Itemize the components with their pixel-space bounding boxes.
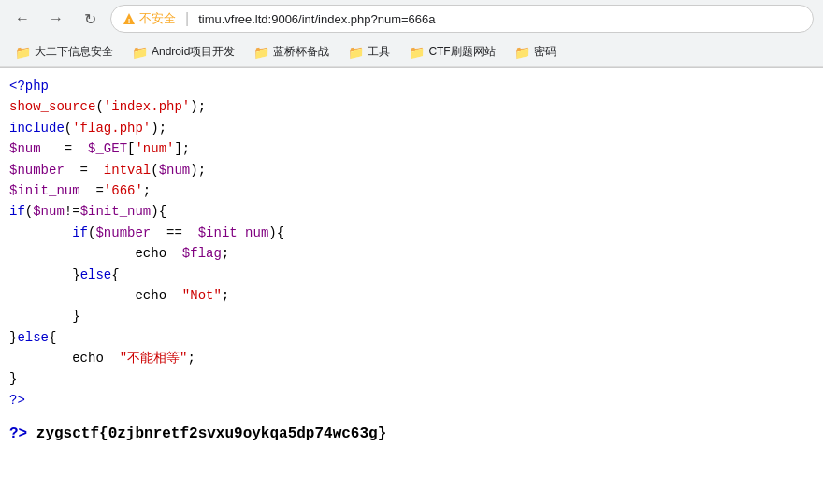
code-line-8: if($number == $init_num){ <box>9 223 814 243</box>
folder-icon: 📁 <box>15 45 31 60</box>
code-line-5: $number = intval($num); <box>9 160 814 180</box>
bookmark-label: 工具 <box>368 44 390 60</box>
folder-icon: 📁 <box>409 45 425 60</box>
nav-bar: ← → ↻ ! 不安全 | timu.vfree.ltd:9006/int/in… <box>0 0 823 37</box>
code-line-1: <?php <box>9 76 814 96</box>
code-line-4: $num = $_GET['num']; <box>9 138 814 159</box>
code-line-15: } <box>9 368 814 389</box>
code-line-11: echo "Not"; <box>9 285 814 306</box>
folder-icon: 📁 <box>132 45 148 60</box>
bookmark-ctf[interactable]: 📁 CTF刷题网站 <box>401 40 502 64</box>
back-button[interactable]: ← <box>9 6 36 32</box>
reload-button[interactable]: ↻ <box>77 6 103 32</box>
code-line-16: ?> <box>9 390 814 410</box>
code-line-12: } <box>9 306 814 326</box>
security-indicator: ! 不安全 <box>123 10 176 27</box>
url-display: timu.vfree.ltd:9006/int/index.php?num=66… <box>198 12 435 26</box>
bookmark-label: 密码 <box>534 44 556 60</box>
folder-icon: 📁 <box>348 45 364 60</box>
code-line-14: echo "不能相等"; <box>9 348 814 368</box>
bookmark-mima[interactable]: 📁 密码 <box>507 40 564 64</box>
bookmark-label: 蓝桥杯备战 <box>273 44 329 60</box>
address-bar[interactable]: ! 不安全 | timu.vfree.ltd:9006/int/index.ph… <box>110 5 814 33</box>
svg-text:!: ! <box>128 17 131 25</box>
security-label: 不安全 <box>139 10 176 27</box>
bookmark-android[interactable]: 📁 Android项目开发 <box>124 40 242 64</box>
output-line: ?> zygsctf{0zjbnretf2svxu9oykqa5dp74wc63… <box>0 422 823 446</box>
url-separator: | <box>185 10 189 27</box>
warning-icon: ! <box>123 12 136 25</box>
bookmarks-bar: 📁 大二下信息安全 📁 Android项目开发 📁 蓝桥杯备战 📁 工具 📁 C… <box>0 37 823 67</box>
bookmark-label: CTF刷题网站 <box>428 44 495 60</box>
code-line-7: if($num!=$init_num){ <box>9 201 814 222</box>
page-content: <?php show_source('index.php'); include(… <box>0 68 823 418</box>
code-line-13: }else{ <box>9 327 814 348</box>
bookmark-tools[interactable]: 📁 工具 <box>340 40 397 64</box>
folder-icon: 📁 <box>253 45 269 60</box>
output-value: zygsctf{0zjbnretf2svxu9oykqa5dp74wc63g} <box>36 425 386 442</box>
code-line-6: $init_num ='666'; <box>9 180 814 201</box>
forward-button[interactable]: → <box>43 6 69 32</box>
bookmark-daxia[interactable]: 📁 大二下信息安全 <box>7 40 121 64</box>
code-line-3: include('flag.php'); <box>9 118 814 138</box>
bookmark-label: 大二下信息安全 <box>35 44 113 60</box>
bookmark-label: Android项目开发 <box>152 44 235 60</box>
code-line-10: }else{ <box>9 265 814 285</box>
code-line-9: echo $flag; <box>9 243 814 264</box>
bookmark-lanqiao[interactable]: 📁 蓝桥杯备战 <box>246 40 337 64</box>
folder-icon: 📁 <box>514 45 530 60</box>
browser-chrome: ← → ↻ ! 不安全 | timu.vfree.ltd:9006/int/in… <box>0 0 823 68</box>
code-line-2: show_source('index.php'); <box>9 96 814 117</box>
